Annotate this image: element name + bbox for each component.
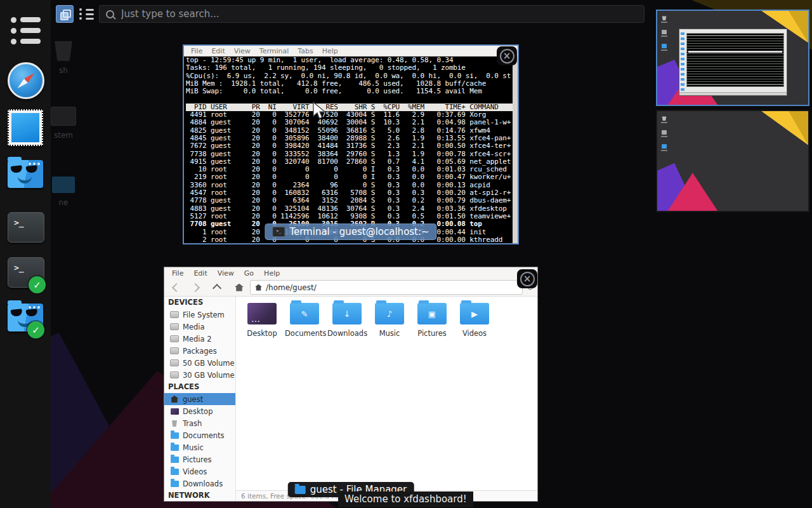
home-button[interactable] xyxy=(235,284,244,291)
trash-icon xyxy=(53,39,74,61)
fm-sidebar-header-devices: DEVICES xyxy=(164,297,235,309)
dock-item-terminal-running[interactable]: >_ ✓ xyxy=(8,257,44,288)
dock-item-mail-client[interactable] xyxy=(8,109,43,146)
dock-item-file-manager-running[interactable]: ✓ xyxy=(8,304,43,331)
check-badge-icon: ✓ xyxy=(29,276,46,293)
menu-item-file[interactable]: File xyxy=(167,269,188,277)
folder-emblem-icon: ↓ xyxy=(344,309,351,319)
folder-icon: … xyxy=(247,303,277,324)
terminal-window-preview[interactable]: FileEditViewTerminalTabsHelp top - 12:59… xyxy=(183,44,519,244)
file-manager-window-preview[interactable]: FileEditViewGoHelp /home/guest/ ↻ DEVICE… xyxy=(164,267,538,502)
terminal-process-row: 4884 guest 20 0 307064 40692 30004 S 10.… xyxy=(186,119,513,126)
fm-sidebar-item-label: Documents xyxy=(183,431,225,440)
folder-icon xyxy=(170,432,179,439)
search-box[interactable] xyxy=(99,5,645,23)
thumbnail-desktop-icons xyxy=(661,116,667,151)
home-icon xyxy=(170,396,179,403)
search-icon xyxy=(106,10,114,18)
search-input[interactable] xyxy=(120,8,617,20)
menu-item-help[interactable]: Help xyxy=(259,269,285,277)
menu-item-tabs[interactable]: Tabs xyxy=(293,47,317,55)
folder-icon: ✎ xyxy=(290,303,319,324)
folder-item-documents[interactable]: ✎Documents xyxy=(285,303,324,338)
windows-view-toggle[interactable] xyxy=(56,5,74,23)
list-icon xyxy=(79,8,94,20)
fm-sidebar-item-30-gb-volume[interactable]: 30 GB Volume xyxy=(164,369,235,381)
folder-item-downloads[interactable]: ↓Downloads xyxy=(327,303,367,338)
folder-label: Downloads xyxy=(327,329,367,338)
forward-button[interactable] xyxy=(191,283,200,291)
menu-item-view[interactable]: View xyxy=(213,269,239,277)
menu-item-edit[interactable]: Edit xyxy=(188,269,212,277)
file-manager-menubar: FileEditViewGoHelp xyxy=(164,267,537,279)
fm-sidebar-item-desktop[interactable]: Desktop xyxy=(164,405,235,417)
fm-sidebar-item-media-2[interactable]: Media 2 xyxy=(164,333,235,345)
drive-icon xyxy=(170,335,179,342)
fm-sidebar-item-pictures[interactable]: Pictures xyxy=(164,453,235,465)
fm-sidebar-item-label: Media xyxy=(183,323,205,331)
fm-sidebar-item-videos[interactable]: Videos xyxy=(164,465,235,478)
fm-sidebar-item-packages[interactable]: Packages xyxy=(164,345,235,357)
fm-sidebar-item-label: Videos xyxy=(183,467,207,476)
menu-item-terminal[interactable]: Terminal xyxy=(255,47,294,55)
fm-sidebar-item-media[interactable]: Media xyxy=(164,321,235,333)
fm-sidebar-item-label: Downloads xyxy=(183,479,223,488)
dock-item-web-browser[interactable] xyxy=(8,62,44,99)
thumbnail-window-stack xyxy=(679,29,787,96)
close-terminal-button[interactable]: × xyxy=(497,46,517,65)
fm-sidebar-item-label: File System xyxy=(183,311,225,319)
fm-sidebar-item-label: Packages xyxy=(183,347,217,356)
menu-item-view[interactable]: View xyxy=(230,47,255,55)
terminal-output-summary: top - 12:59:45 up 9 min, 1 user, load av… xyxy=(186,57,513,95)
fm-sidebar-item-trash[interactable]: Trash xyxy=(164,417,235,429)
folder-item-videos[interactable]: ▶Videos xyxy=(455,303,494,338)
path-field[interactable]: /home/guest/ xyxy=(250,280,523,295)
up-button[interactable] xyxy=(213,284,221,293)
fm-sidebar-item-50-gb-volume[interactable]: 50 GB Volume xyxy=(164,357,235,369)
back-button[interactable] xyxy=(172,283,181,291)
folder-item-pictures[interactable]: ▣Pictures xyxy=(412,303,452,338)
folder-label: Documents xyxy=(285,329,324,338)
workspace-thumbnail-2[interactable] xyxy=(656,110,809,212)
drive-icon xyxy=(170,359,179,366)
terminal-icon: >_ xyxy=(272,227,285,237)
fm-sidebar-item-label: 50 GB Volume xyxy=(183,359,235,368)
menu-item-go[interactable]: Go xyxy=(239,269,259,277)
folder-home-icon xyxy=(295,486,306,494)
desktop-icon-label: stem xyxy=(48,131,79,140)
menu-item-edit[interactable]: Edit xyxy=(207,47,229,55)
folder-item-music[interactable]: ♪Music xyxy=(370,303,409,338)
close-icon: × xyxy=(520,272,535,286)
dock-item-file-manager[interactable] xyxy=(8,160,43,188)
dock-item-terminal[interactable]: >_ xyxy=(8,212,44,243)
fm-sidebar-item-music[interactable]: Music xyxy=(164,441,235,453)
folder-icon xyxy=(170,469,179,475)
drive-icon xyxy=(51,107,76,126)
menu-item-help[interactable]: Help xyxy=(318,47,343,55)
drive-icon xyxy=(170,371,179,378)
fm-sidebar-item-guest[interactable]: guest xyxy=(164,393,235,405)
folder-emblem-icon: ✎ xyxy=(301,309,308,319)
fm-sidebar-header-network: NETWORK xyxy=(164,490,235,501)
folder-item-desktop[interactable]: …Desktop xyxy=(242,303,282,338)
applications-view-toggle[interactable] xyxy=(77,5,95,23)
menu-item-file[interactable]: File xyxy=(187,47,207,55)
folder-emblem-icon: ♪ xyxy=(387,309,392,319)
folder-icon xyxy=(170,481,179,487)
terminal-output: top - 12:59:45 up 9 min, 1 user, load av… xyxy=(186,57,513,243)
fm-sidebar-item-label: guest xyxy=(183,395,203,404)
drive-icon xyxy=(170,323,179,330)
folder-icon: ▣ xyxy=(417,303,447,324)
fm-sidebar-item-label: Trash xyxy=(183,419,202,428)
folder-icon xyxy=(170,444,179,451)
fm-sidebar-item-label: Pictures xyxy=(183,455,212,464)
close-file-manager-button[interactable]: × xyxy=(517,269,537,288)
dock-item-applications-menu[interactable] xyxy=(8,17,43,44)
desktop-icon xyxy=(170,408,179,415)
fm-sidebar-item-documents[interactable]: Documents xyxy=(164,429,235,441)
folder-emblem-icon: … xyxy=(251,314,261,324)
terminal-scrollbar[interactable] xyxy=(513,57,518,243)
fm-sidebar-item-file-system[interactable]: File System xyxy=(164,309,235,321)
fm-sidebar-item-downloads[interactable]: Downloads xyxy=(164,478,235,490)
workspace-thumbnail-1[interactable] xyxy=(656,10,809,106)
